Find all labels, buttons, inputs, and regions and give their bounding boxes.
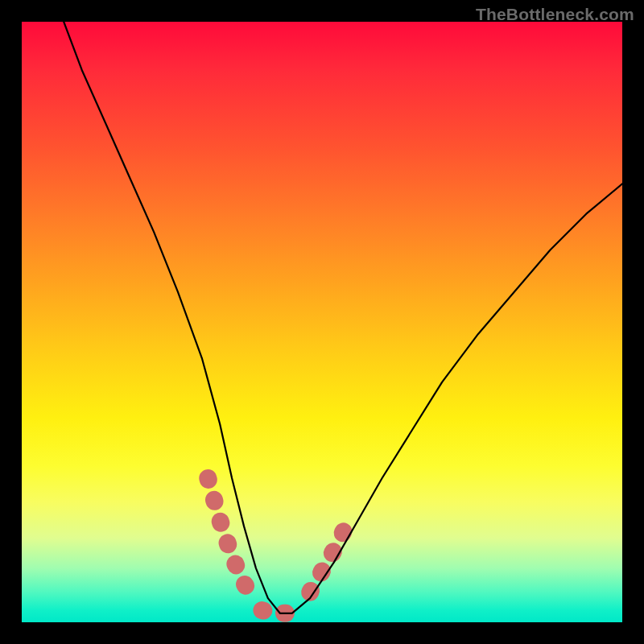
highlight-segment-2 — [310, 526, 346, 592]
plot-area — [22, 22, 622, 622]
highlight-group — [208, 478, 346, 613]
highlight-segment-0 — [208, 478, 256, 601]
chart-svg — [22, 22, 622, 622]
watermark: TheBottleneck.com — [476, 5, 634, 24]
chart-container: TheBottleneck.com — [0, 0, 644, 644]
